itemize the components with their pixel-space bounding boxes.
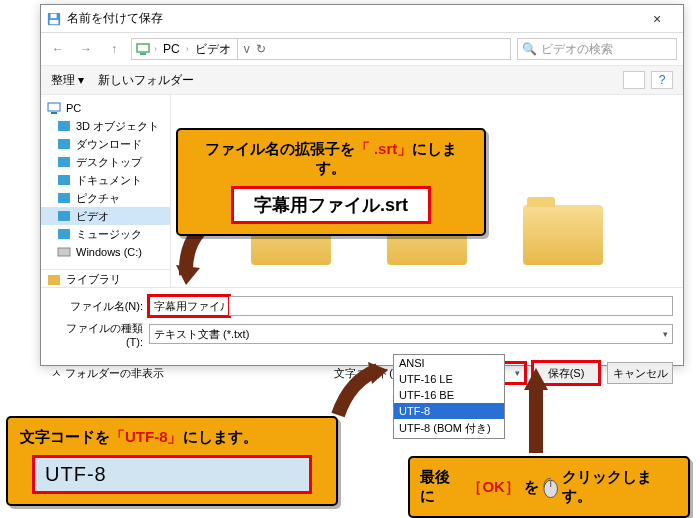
folder-icon[interactable] [523,205,603,265]
sidebar-item-music[interactable]: ミュージック [41,225,170,243]
svg-rect-14 [58,248,70,256]
save-icon [47,12,61,26]
video-icon [57,210,71,222]
svg-rect-5 [48,103,60,111]
svg-rect-13 [58,229,70,239]
sidebar-pc[interactable]: PC [41,99,170,117]
enc-opt-utf16be[interactable]: UTF-16 BE [394,387,504,403]
svg-rect-7 [58,121,70,131]
sidebar-item-downloads[interactable]: ダウンロード [41,135,170,153]
download-icon [57,138,71,150]
help-button[interactable]: ? [651,71,673,89]
hide-folders[interactable]: ㅅ フォルダーの非表示 [51,366,164,381]
search-icon: 🔍 [522,42,537,56]
back-button[interactable]: ← [47,38,69,60]
encoding-dropdown: ANSI UTF-16 LE UTF-16 BE UTF-8 UTF-8 (BO… [393,354,505,439]
svg-rect-4 [140,53,146,55]
breadcrumb[interactable]: › PC › ビデオ v ↻ [131,38,511,60]
enc-opt-utf8bom[interactable]: UTF-8 (BOM 付き) [394,419,504,438]
svg-rect-6 [51,112,57,114]
drive-icon [57,246,71,258]
sidebar-item-c-drive[interactable]: Windows (C:) [41,243,170,261]
document-icon [57,174,71,186]
filename-area: ファイル名(N): ファイルの種類(T): テキスト文書 (*.txt)▾ [41,287,683,356]
window-title: 名前を付けて保存 [67,10,637,27]
callout-enc-box: UTF-8 [32,455,312,494]
nav-row: ← → ↑ › PC › ビデオ v ↻ 🔍 ビデオの検索 [41,33,683,65]
music-icon [57,228,71,240]
path-dropdown[interactable]: v [244,42,250,56]
crumb-pc[interactable]: PC [161,42,182,56]
up-button[interactable]: ↑ [103,38,125,60]
mouse-icon [543,476,558,498]
picture-icon [57,192,71,204]
filetype-label: ファイルの種類(T): [51,321,143,348]
cancel-button[interactable]: キャンセル [607,362,673,384]
view-button[interactable] [623,71,645,89]
sidebar-item-3d[interactable]: 3D オブジェクト [41,117,170,135]
save-button[interactable]: 保存(S) [533,362,599,384]
sidebar-item-documents[interactable]: ドキュメント [41,171,170,189]
sidebar-item-desktop[interactable]: デスクトップ [41,153,170,171]
svg-rect-3 [137,44,149,52]
cube-icon [57,120,71,132]
svg-rect-15 [48,275,60,285]
pc-icon [47,102,61,114]
svg-rect-10 [58,175,70,185]
organize-menu[interactable]: 整理 ▾ [51,72,84,89]
desktop-icon [57,156,71,168]
filetype-select[interactable]: テキスト文書 (*.txt)▾ [149,324,673,344]
callout-encoding: 文字コードを「UTF-8」にします。 UTF-8 [6,416,338,506]
close-button[interactable]: × [637,11,677,27]
svg-rect-2 [51,13,57,17]
filename-input[interactable] [149,296,229,316]
svg-rect-12 [58,211,70,221]
filename-label: ファイル名(N): [51,299,143,314]
new-folder-button[interactable]: 新しいフォルダー [98,72,194,89]
filename-input-ext[interactable] [229,296,673,316]
library-icon [47,274,61,286]
titlebar: 名前を付けて保存 × [41,5,683,33]
callout-ok: 最後に ［OK］ を クリックします。 [408,456,690,518]
sidebar: PC 3D オブジェクト ダウンロード デスクトップ ドキュメント ピクチャ ビ… [41,95,171,287]
enc-opt-ansi[interactable]: ANSI [394,355,504,371]
svg-rect-11 [58,193,70,203]
callout-ext-box: 字幕用ファイル.srt [231,186,431,224]
callout-extension: ファイル名の拡張子を「 .srt」にします。 字幕用ファイル.srt [176,128,486,236]
enc-opt-utf8[interactable]: UTF-8 [394,403,504,419]
crumb-video[interactable]: ビデオ [193,41,233,58]
footer: ㅅ フォルダーの非表示 文字コード(E): UTF-8▾ 保存(S) キャンセル [41,356,683,390]
forward-button[interactable]: → [75,38,97,60]
sidebar-library[interactable]: ライブラリ [41,269,170,287]
svg-rect-8 [58,139,70,149]
svg-rect-9 [58,157,70,167]
search-placeholder: ビデオの検索 [541,41,613,58]
search-input[interactable]: 🔍 ビデオの検索 [517,38,677,60]
refresh-button[interactable]: ↻ [256,42,266,56]
pc-icon [136,42,150,56]
toolbar: 整理 ▾ 新しいフォルダー ? [41,65,683,95]
sidebar-item-pictures[interactable]: ピクチャ [41,189,170,207]
svg-rect-1 [50,19,59,23]
sidebar-item-video[interactable]: ビデオ [41,207,170,225]
enc-opt-utf16le[interactable]: UTF-16 LE [394,371,504,387]
